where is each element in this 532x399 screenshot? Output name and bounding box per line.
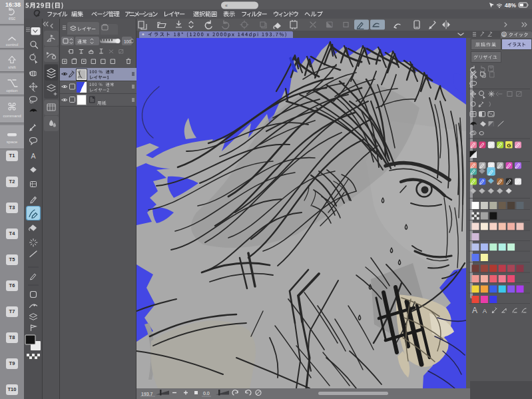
svg-text:control: control: [6, 42, 19, 47]
svg-text:48%: 48%: [505, 2, 516, 9]
svg-text:command: command: [3, 113, 21, 118]
svg-text:Q: Q: [503, 33, 506, 37]
svg-text:16:38: 16:38: [5, 1, 21, 8]
svg-text:A: A: [31, 152, 35, 160]
svg-text:100: 100: [124, 39, 131, 44]
svg-text:193.7: 193.7: [141, 392, 153, 396]
svg-text:A: A: [472, 306, 477, 315]
svg-text:0.0: 0.0: [203, 391, 210, 396]
svg-text:A: A: [483, 307, 487, 314]
svg-text:space: space: [7, 139, 18, 144]
svg-text:option: option: [7, 88, 18, 93]
svg-text:«: «: [225, 3, 228, 8]
svg-text:G: G: [507, 143, 511, 149]
svg-text:shift: shift: [8, 65, 16, 69]
svg-text:esc: esc: [9, 16, 16, 21]
